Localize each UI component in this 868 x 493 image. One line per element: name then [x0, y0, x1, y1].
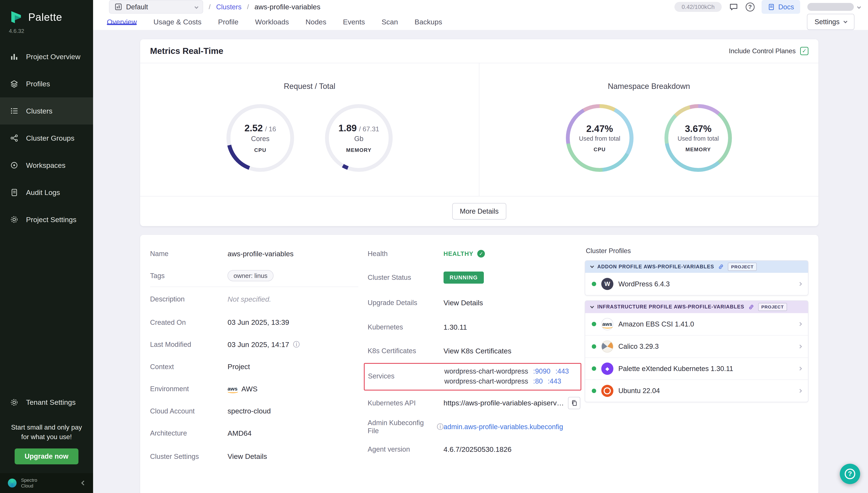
cluster-settings-view-details-link[interactable]: View Details [227, 452, 267, 460]
sidebar-item-audit-logs[interactable]: Audit Logs [0, 179, 93, 206]
tab-profile[interactable]: Profile [218, 14, 239, 30]
profile-row-ebs-csi[interactable]: aws Amazon EBS CSI 1.41.0 [585, 313, 808, 335]
spectro-cloud-logo-icon [8, 478, 17, 488]
sidebar-item-project-overview[interactable]: Project Overview [0, 43, 93, 70]
copy-button[interactable] [568, 397, 580, 409]
tag-pill: owner: linus [227, 270, 273, 281]
cluster-profiles-heading: Cluster Profiles [586, 247, 808, 255]
user-menu[interactable] [807, 3, 861, 11]
app-title: Palette [28, 11, 62, 23]
app-version: 4.6.32 [0, 26, 93, 43]
namespace-cpu-donut: 2.47% Used from total CPU [566, 104, 633, 172]
cpu-label: CPU [254, 147, 266, 153]
calico-icon [601, 341, 614, 352]
chat-bubble-icon [729, 2, 738, 12]
environment-value: AWS [241, 385, 258, 393]
service-port-link[interactable]: :80 [533, 377, 543, 386]
breadcrumb-separator: / [247, 3, 249, 11]
infrastructure-profile-section: INFRASTRUCTURE PROFILE AWS-PROFILE-VARIA… [585, 300, 808, 402]
collapse-sidebar-button[interactable] [82, 481, 85, 485]
tab-overview[interactable]: Overview [107, 14, 137, 30]
feedback-chat-button[interactable] [729, 2, 738, 12]
memory-request-donut: 1.89 / 67.31 Gb MEMORY [325, 104, 393, 172]
breadcrumb-clusters-link[interactable]: Clusters [216, 3, 242, 11]
main-area: Default / Clusters / aws-profile-variabl… [93, 0, 868, 493]
question-circle-icon: ? [745, 3, 755, 12]
row-context: Context Project [150, 356, 358, 378]
row-environment: Environment aws AWS [150, 378, 358, 400]
sidebar-item-clusters[interactable]: Clusters [0, 98, 93, 125]
sidebar-item-tenant-settings[interactable]: Tenant Settings [0, 389, 93, 416]
namespace-cpu-label: CPU [594, 147, 606, 152]
view-k8s-certificates-link[interactable]: View K8s Certificates [444, 347, 511, 355]
cpu-total-value: / 16 [265, 125, 276, 133]
row-k8s-certificates: K8s Certificates View K8s Certificates [368, 339, 581, 363]
tab-scan[interactable]: Scan [382, 14, 398, 30]
sidebar-footer: Spectro Cloud [0, 473, 93, 493]
chevron-left-icon [81, 481, 86, 485]
project-selector[interactable]: Default [109, 0, 203, 14]
include-control-planes: Include Control Planes ✓ [729, 47, 808, 55]
tab-events[interactable]: Events [343, 14, 365, 30]
wordpress-icon: W [601, 278, 614, 290]
addon-profile-header[interactable]: ADDON PROFILE AWS-PROFILE-VARIABLES PROJ… [585, 261, 808, 273]
tab-nodes[interactable]: Nodes [306, 14, 326, 30]
status-dot-icon [592, 282, 596, 286]
project-icon [114, 3, 123, 11]
info-icon[interactable]: ⓘ [437, 422, 444, 431]
service-port-link[interactable]: :9090 [533, 367, 551, 376]
kubeconfig-download-link[interactable]: admin.aws-profile-variables.kubeconfig [444, 423, 563, 431]
service-port-link[interactable]: :443 [555, 367, 569, 376]
spectro-cloud-brand: Spectro Cloud [21, 477, 37, 489]
namespace-memory-percent: 3.67% [685, 124, 712, 134]
upgrade-now-button[interactable]: Upgrade now [15, 448, 79, 464]
tab-workloads[interactable]: Workloads [255, 14, 289, 30]
gear-icon [9, 398, 20, 407]
more-details-button[interactable]: More Details [452, 203, 506, 220]
status-dot-icon [592, 366, 596, 371]
profile-row-calico[interactable]: Calico 3.29.3 [585, 335, 808, 357]
metrics-title: Metrics Real-Time [150, 46, 223, 56]
settings-dropdown-button[interactable]: Settings [807, 14, 854, 30]
palette-kubernetes-icon: ◆ [601, 363, 614, 374]
chevron-down-icon [195, 5, 198, 9]
row-architecture: Architecture AMD64 [150, 422, 358, 444]
row-kubernetes-api: Kubernetes API https://aws-profile-varia… [368, 390, 581, 415]
help-button[interactable]: ? [745, 3, 755, 12]
docs-icon [768, 3, 775, 10]
health-value: HEALTHY [444, 250, 473, 257]
architecture-value: AMD64 [227, 429, 251, 437]
profile-row-ubuntu[interactable]: Ubuntu 22.04 [585, 380, 808, 402]
layers-icon [9, 79, 20, 88]
include-control-planes-checkbox[interactable]: ✓ [800, 47, 808, 55]
namespace-cpu-sub: Used from total [579, 135, 620, 142]
support-widget-button[interactable]: ? [840, 464, 860, 484]
sidebar-item-project-settings[interactable]: Project Settings [0, 206, 93, 233]
sidebar-item-label: Project Overview [26, 52, 81, 61]
usage-credit-badge: 0.42/100kCh [674, 2, 722, 12]
user-name-redacted [807, 3, 854, 11]
namespace-memory-label: MEMORY [686, 147, 711, 152]
docs-button[interactable]: Docs [761, 0, 800, 14]
sidebar-item-profiles[interactable]: Profiles [0, 70, 93, 98]
tab-usage-costs[interactable]: Usage & Costs [154, 14, 201, 30]
agent-version-value: 4.6.7/20250530.1826 [444, 445, 512, 453]
tab-backups[interactable]: Backups [415, 14, 442, 30]
details-middle-column: Health HEALTHY ✓ Cluster Status RUNNING … [368, 243, 581, 460]
info-icon[interactable]: ⓘ [293, 340, 299, 349]
namespace-donuts: 2.47% Used from total CPU 3.67% Used fro… [566, 104, 732, 172]
infrastructure-profile-header[interactable]: INFRASTRUCTURE PROFILE AWS-PROFILE-VARIA… [585, 301, 808, 313]
page-content: Metrics Real-Time Include Control Planes… [93, 30, 868, 493]
row-upgrade-details: Upgrade Details View Details [368, 290, 581, 315]
memory-label: MEMORY [346, 147, 372, 153]
profile-row-pxk[interactable]: ◆ Palette eXtended Kubernetes 1.30.11 [585, 358, 808, 380]
profile-row-wordpress[interactable]: W WordPress 6.4.3 [585, 273, 808, 295]
service-port-link[interactable]: :443 [548, 377, 561, 386]
infrastructure-profile-title: INFRASTRUCTURE PROFILE AWS-PROFILE-VARIA… [597, 304, 744, 310]
upgrade-view-details-link[interactable]: View Details [444, 299, 483, 307]
sidebar-item-workspaces[interactable]: Workspaces [0, 152, 93, 179]
ubuntu-icon [601, 385, 614, 397]
sidebar-item-cluster-groups[interactable]: Cluster Groups [0, 125, 93, 152]
cloud-account-value: spectro-cloud [227, 407, 271, 415]
breadcrumb-current: aws-profile-variables [254, 3, 320, 11]
